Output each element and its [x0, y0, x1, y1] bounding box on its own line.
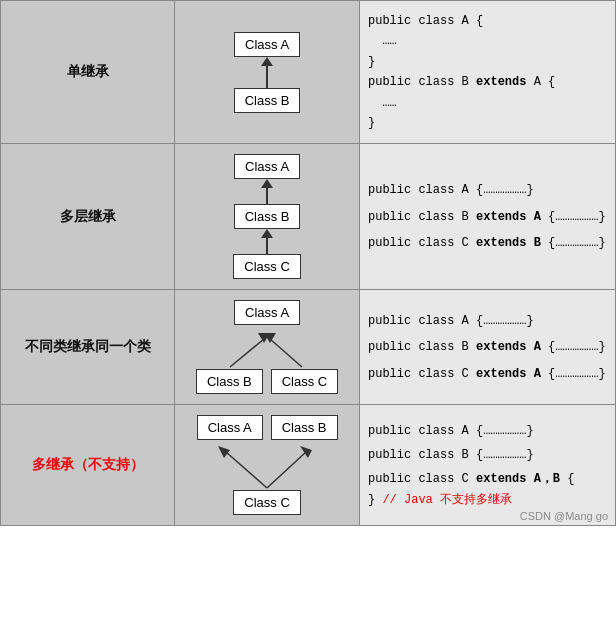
class-box-c4: Class C [233, 490, 301, 515]
svg-line-6 [267, 452, 306, 488]
title-diff: 不同类继承同一个类 [1, 290, 175, 405]
class-box-c2: Class C [233, 254, 301, 279]
diagram-diff: Class A Class B Class C [175, 290, 360, 405]
class-box-b2: Class B [234, 204, 301, 229]
arrows-svg [202, 325, 332, 369]
diagram-multilevel: Class A Class B Class C [175, 144, 360, 290]
svg-line-0 [230, 339, 264, 367]
class-box-a2: Class A [234, 154, 300, 179]
watermark: CSDN @Mang go [520, 510, 608, 522]
class-box-c3: Class C [271, 369, 339, 394]
class-box-b4: Class B [271, 415, 338, 440]
code-diff: public class A {………………} public class B e… [360, 290, 616, 405]
row-diff-inherit: 不同类继承同一个类 Class A Class [1, 290, 616, 405]
title-multilevel: 多层继承 [1, 144, 175, 290]
svg-line-4 [226, 452, 267, 488]
diagram-multi-inherit: Class A Class B Class C [175, 405, 360, 526]
class-box-b3: Class B [196, 369, 263, 394]
title-single: 单继承 [1, 1, 175, 144]
code-single: public class A { …… } public class B ext… [360, 1, 616, 144]
class-box-a: Class A [234, 32, 300, 57]
class-box-a4: Class A [197, 415, 263, 440]
class-box-b: Class B [234, 88, 301, 113]
row-multi-inherit: 多继承（不支持） Class A Class B [1, 405, 616, 526]
class-box-a3: Class A [234, 300, 300, 325]
row-multilevel: 多层继承 Class A Class B Class C [1, 144, 616, 290]
arrows-multi-svg [192, 440, 342, 490]
svg-line-2 [270, 339, 302, 367]
svg-marker-5 [218, 446, 230, 458]
row-single: 单继承 Class A Class B public class A { …… … [1, 1, 616, 144]
diagram-single: Class A Class B [175, 1, 360, 144]
code-multilevel: public class A {………………} public class B e… [360, 144, 616, 290]
code-multi: public class A {………………} public class B {… [360, 405, 616, 526]
title-multi: 多继承（不支持） [1, 405, 175, 526]
